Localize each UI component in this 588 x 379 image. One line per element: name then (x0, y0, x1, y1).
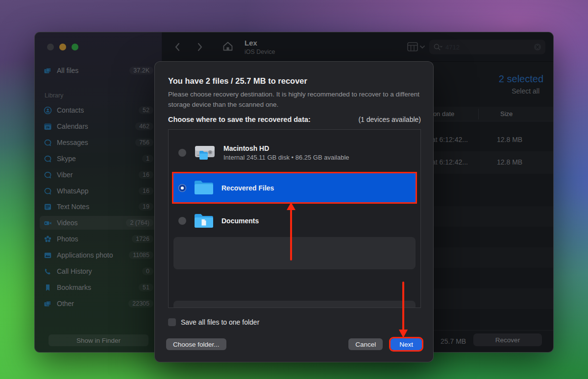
forward-button[interactable] (196, 42, 203, 52)
sidebar-item-applications-photo[interactable]: Applications photo 11085 (40, 248, 157, 262)
phone-icon (44, 267, 52, 276)
show-in-finder-button[interactable]: Show in Finder (49, 334, 148, 346)
home-icon[interactable] (222, 41, 234, 52)
radio-unselected-icon[interactable] (178, 149, 186, 157)
sidebar-item-videos[interactable]: Videos 2 (764) (40, 216, 157, 230)
column-divider[interactable] (478, 109, 479, 119)
recovery-destination-dialog: You have 2 files / 25.7 MB to recover Pl… (154, 61, 434, 362)
destination-details: Internal 245.11 GB disk • 86.25 GB avail… (223, 154, 349, 161)
dialog-title: You have 2 files / 25.7 MB to recover (168, 76, 307, 86)
sidebar-item-call-history[interactable]: Call History 0 (40, 264, 157, 278)
minimize-button[interactable] (59, 44, 66, 50)
choose-folder-button[interactable]: Choose folder... (166, 338, 226, 350)
sidebar-item-label: Contacts (57, 106, 134, 114)
sidebar-item-count: 37.2K (129, 67, 153, 74)
sidebar-item-label: Videos (57, 219, 121, 227)
sidebar-item-label: Calendars (57, 122, 130, 130)
sidebar-item-label: Text Notes (57, 203, 134, 211)
sidebar-item-label: Photos (57, 235, 127, 243)
search-input[interactable]: 4712 (429, 40, 545, 54)
select-all-link[interactable]: Select all (512, 87, 539, 95)
sidebar-item-count: 16 (139, 187, 153, 195)
viber-bubble-icon (44, 171, 52, 179)
sidebar-item-label: Other (57, 300, 123, 308)
column-header-size[interactable]: Size (500, 110, 513, 118)
selected-count: 2 selected (499, 73, 543, 85)
sidebar-item-count: 0 (142, 267, 153, 275)
toolbar: Lex iOS Device 4712 (162, 32, 554, 62)
skype-bubble-icon (44, 155, 52, 163)
sidebar-item-label: Messages (57, 139, 130, 146)
cell-size: 12.8 MB (497, 136, 522, 143)
sidebar-item-calendars[interactable]: 29 Calendars 462 (40, 119, 157, 133)
save-one-folder-option[interactable]: Save all files to one folder (168, 318, 259, 326)
bookmark-icon (44, 284, 52, 292)
zoom-button[interactable] (72, 44, 78, 50)
sidebar-item-bookmarks[interactable]: Bookmarks 51 (40, 281, 157, 294)
next-button[interactable]: Next (391, 338, 422, 350)
sidebar-item-count: 19 (139, 203, 153, 211)
checkbox-unchecked-icon[interactable] (168, 318, 176, 326)
radio-selected-icon[interactable] (178, 184, 186, 192)
cell-size: 12.8 MB (497, 158, 522, 166)
destination-row-documents[interactable]: Documents (169, 207, 420, 235)
sidebar-item-messages[interactable]: Messages 756 (40, 136, 157, 149)
sidebar: All files 37.2K Library Contacts 52 29 C… (35, 32, 162, 352)
sidebar-item-count: 22305 (128, 300, 153, 308)
radio-unselected-icon[interactable] (178, 217, 186, 225)
sidebar-item-count: 52 (139, 106, 153, 114)
sidebar-item-photos[interactable]: Photos 1726 (40, 232, 157, 246)
cell-date: at 6:12:42... (432, 158, 468, 166)
column-header-date[interactable]: ion date (432, 110, 454, 118)
traffic-lights (47, 44, 78, 50)
sidebar-item-count: 756 (135, 139, 153, 146)
desktop-wallpaper: All files 37.2K Library Contacts 52 29 C… (0, 0, 588, 379)
cell-date: at 6:12:42... (432, 136, 468, 143)
sidebar-item-count: 16 (139, 171, 153, 179)
choose-destination-label: Choose where to save the recovered data: (168, 116, 311, 123)
folder-icon (194, 180, 214, 196)
sidebar-item-count: 462 (135, 122, 153, 130)
recover-button[interactable]: Recover (473, 333, 542, 346)
photos-flower-icon (44, 235, 52, 243)
device-title: Lex (245, 39, 257, 47)
sidebar-item-label: Viber (57, 171, 134, 179)
empty-destination-slot-partial (173, 301, 416, 308)
cancel-button[interactable]: Cancel (348, 338, 383, 350)
back-button[interactable] (174, 42, 181, 52)
sidebar-item-viber[interactable]: Viber 16 (40, 168, 157, 182)
whatsapp-bubble-icon (44, 187, 52, 195)
total-size-label: 25.7 MB (441, 337, 466, 345)
sidebar-item-count: 51 (139, 284, 153, 291)
empty-destination-slot (173, 237, 416, 269)
sidebar-section-library: Library (45, 92, 63, 99)
dialog-description: Please choose recovery destination. It i… (168, 89, 423, 110)
sidebar-item-other[interactable]: Other 22305 (40, 297, 157, 310)
sidebar-item-whatsapp[interactable]: WhatsApp 16 (40, 184, 157, 198)
destination-list: Macintosh HD Internal 245.11 GB disk • 8… (168, 129, 421, 308)
text-notes-icon (44, 203, 52, 211)
sidebar-item-count: 1 (142, 155, 153, 163)
message-bubble-icon (44, 139, 52, 147)
clear-search-icon[interactable] (534, 43, 541, 51)
sidebar-item-all-files[interactable]: All files 37.2K (40, 64, 157, 77)
search-icon (433, 43, 443, 51)
sidebar-item-contacts[interactable]: Contacts 52 (40, 103, 157, 117)
folder-documents-icon (194, 213, 214, 229)
search-value: 4712 (445, 44, 531, 51)
sidebar-item-count: 11085 (129, 251, 153, 259)
destination-name: Recovered Files (221, 184, 274, 192)
close-button[interactable] (47, 44, 54, 50)
sidebar-item-text-notes[interactable]: Text Notes 19 (40, 200, 157, 213)
video-camera-icon (44, 219, 52, 227)
sidebar-item-label: WhatsApp (57, 187, 134, 195)
other-files-icon (44, 300, 52, 308)
view-options-icon[interactable] (407, 42, 425, 52)
calendar-icon: 29 (44, 122, 52, 131)
destination-name: Documents (221, 217, 259, 225)
sidebar-item-label: Skype (57, 155, 137, 163)
device-subtitle: iOS Device (245, 48, 275, 55)
destination-row-recovered-files[interactable]: Recovered Files (173, 173, 416, 202)
sidebar-item-skype[interactable]: Skype 1 (40, 152, 157, 166)
destination-row-macintosh-hd[interactable]: Macintosh HD Internal 245.11 GB disk • 8… (169, 133, 420, 173)
